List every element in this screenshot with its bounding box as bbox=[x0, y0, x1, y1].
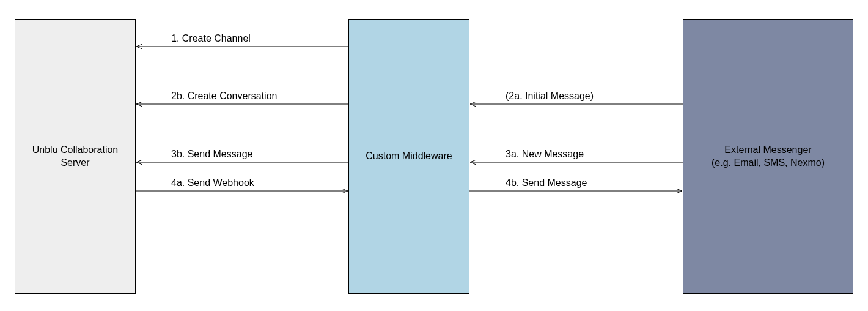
label-create-conversation: 2b. Create Conversation bbox=[171, 91, 277, 102]
label-create-channel: 1. Create Channel bbox=[171, 33, 251, 44]
box-external-messenger: External Messenger (e.g. Email, SMS, Nex… bbox=[683, 19, 853, 294]
box-unblu-server: Unblu Collaboration Server bbox=[15, 19, 136, 294]
label-initial-message: (2a. Initial Message) bbox=[506, 91, 594, 102]
box-custom-middleware: Custom Middleware bbox=[348, 19, 469, 294]
box-custom-middleware-label: Custom Middleware bbox=[366, 150, 452, 163]
box-unblu-server-label: Unblu Collaboration Server bbox=[32, 144, 119, 170]
label-new-message: 3a. New Message bbox=[506, 149, 584, 160]
label-send-webhook: 4a. Send Webhook bbox=[171, 178, 254, 189]
label-send-message-4b: 4b. Send Message bbox=[506, 178, 587, 189]
box-external-messenger-label: External Messenger (e.g. Email, SMS, Nex… bbox=[712, 144, 825, 170]
label-send-message-3b: 3b. Send Message bbox=[171, 149, 252, 160]
